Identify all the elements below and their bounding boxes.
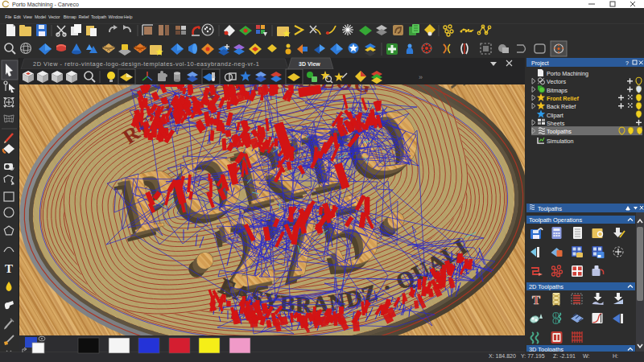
svg-text:Window: Window (109, 14, 124, 19)
svg-text:Help: Help (124, 14, 133, 19)
svg-text:T: T (5, 262, 13, 275)
svg-text:X: 184.820: X: 184.820 (489, 353, 516, 359)
svg-text:2D View - retro-vintage-logo-d: 2D View - retro-vintage-logo-design-temp… (33, 60, 259, 68)
svg-text:Porto Machining - Carveco: Porto Machining - Carveco (12, 2, 79, 8)
svg-text:Clipart: Clipart (547, 112, 564, 119)
svg-text:3D View: 3D View (299, 61, 320, 67)
svg-text:W:: W: (583, 353, 589, 359)
svg-text:?: ? (625, 60, 629, 66)
svg-text:Bitmaps: Bitmaps (547, 87, 568, 94)
svg-text:Model: Model (35, 14, 46, 19)
svg-text:Project: Project (531, 60, 549, 67)
svg-text:H:: H: (613, 353, 618, 359)
svg-text:Porto Machining: Porto Machining (547, 70, 588, 77)
svg-text:Toolpaths: Toolpaths (538, 206, 562, 212)
svg-text:Y: 77.195: Y: 77.195 (521, 353, 545, 359)
svg-text:View: View (23, 14, 32, 19)
svg-text:Relief: Relief (79, 14, 90, 19)
svg-text:Toolpath: Toolpath (91, 14, 106, 19)
svg-text:Bitmap: Bitmap (64, 14, 76, 19)
svg-text:2D Toolpaths: 2D Toolpaths (529, 283, 564, 290)
svg-text:Vector: Vector (48, 14, 60, 19)
svg-text:»: » (419, 73, 423, 81)
svg-text:Edit: Edit (14, 14, 21, 19)
svg-text:Vectors: Vectors (547, 78, 566, 85)
svg-text:File: File (5, 14, 11, 19)
svg-text:Toolpaths: Toolpaths (547, 128, 572, 135)
svg-text:Front Relief: Front Relief (547, 95, 580, 102)
svg-text:Back Relief: Back Relief (547, 103, 576, 110)
svg-text:Sheets: Sheets (547, 120, 565, 127)
svg-text:Toolpath Operations: Toolpath Operations (529, 216, 582, 224)
svg-text:Z: -2.191: Z: -2.191 (553, 353, 576, 359)
svg-text:Simulation: Simulation (547, 138, 574, 145)
svg-text:T: T (532, 294, 540, 306)
